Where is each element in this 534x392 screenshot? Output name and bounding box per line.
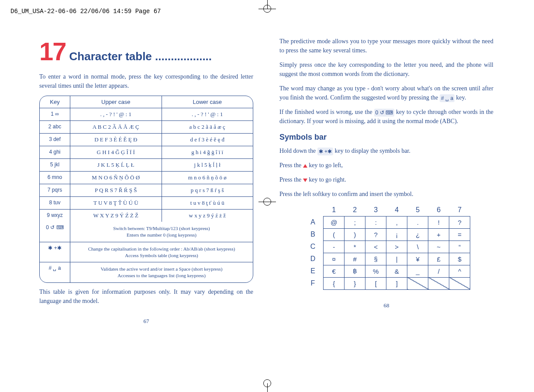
key-cell: 8 tuv xyxy=(40,197,70,209)
grid-cell: > xyxy=(386,241,407,253)
grid-row-label: A xyxy=(303,216,324,228)
zero-cycle-key-icon: 0 ↺ ⌨ xyxy=(374,109,394,117)
key-cell: 2 abc xyxy=(40,121,70,133)
lower-cell: m n o 6 ñ ņ õ ö ø xyxy=(162,172,253,184)
grid-col-label: 2 xyxy=(345,204,365,216)
grid-cell: [ xyxy=(365,277,386,289)
grid-col-label: 6 xyxy=(428,204,449,216)
grid-cell: / xyxy=(428,265,449,277)
grid-cell: ? xyxy=(365,228,386,241)
lower-cell: a b c 2 ã ä å æ ç xyxy=(162,121,253,133)
lower-cell: w x y z 9 ý ź ż ž xyxy=(162,210,253,222)
key-cell: 9 wxyz xyxy=(40,210,70,222)
grid-cell: | xyxy=(386,253,407,265)
key-cell: 1 ∞ xyxy=(40,108,70,120)
grid-cell: $ xyxy=(449,253,470,265)
chapter-number: 17 xyxy=(39,37,66,66)
nav-up-icon xyxy=(303,164,307,168)
lower-cell: t u v 8 ţ ť ù ú ü xyxy=(162,197,253,209)
grid-cell: % xyxy=(365,265,386,277)
symbols-line-3: Press the key to go right. xyxy=(279,175,493,184)
upper-cell: A B C 2 Ã Ä Å Æ Ç xyxy=(70,121,162,133)
grid-cell: ? xyxy=(449,216,470,228)
grid-cell: _ xyxy=(407,265,428,277)
grid-cell: + xyxy=(428,228,449,241)
table-row: 2 abcA B C 2 Ã Ä Å Æ Ça b c 2 ã ä å æ ç xyxy=(40,121,253,134)
symbols-bar-heading: Symbols bar xyxy=(279,133,493,142)
grid-cell: \ xyxy=(407,241,428,253)
grid-col-label: 4 xyxy=(386,204,407,216)
desc-cell: Change the capitalisation in the followi… xyxy=(70,242,253,262)
grid-cell: ) xyxy=(345,228,365,241)
grid-cell xyxy=(449,277,470,289)
grid-cell: § xyxy=(365,253,386,265)
print-header: D6_UM_USA-22-06-06 22/06/06 14:59 Page 6… xyxy=(0,0,534,15)
th-lower: Lower case xyxy=(162,96,253,108)
table-row: 6 mnoM N O 6 Ñ Ņ Õ Ö Øm n o 6 ñ ņ õ ö ø xyxy=(40,172,253,184)
grid-cell: @ xyxy=(324,216,345,228)
page-left: 17 Character table .................. To… xyxy=(39,37,253,325)
grid-row-label: C xyxy=(303,241,324,253)
grid-col-label: 5 xyxy=(407,204,428,216)
predictive-para-3: The word may change as you type - don't … xyxy=(279,84,493,102)
page-number-right: 68 xyxy=(279,302,493,309)
upper-cell: J K L 5 Ķ Ĺ Ļ Ł xyxy=(70,159,162,171)
key-cell: # ␣ a xyxy=(40,262,70,282)
key-cell: 6 mno xyxy=(40,172,70,184)
grid-cell: # xyxy=(345,253,365,265)
table-row: 8 tuvT U V 8 Ţ Ť Ù Ú Üt u v 8 ţ ť ù ú ü xyxy=(40,197,253,210)
grid-col-label: 1 xyxy=(324,204,345,216)
table-row: 1 ∞. , - ? ! ' @ : 1. , - ? ! ' @ : 1 xyxy=(40,108,253,121)
grid-row-label: B xyxy=(303,228,324,241)
key-cell: 5 jkl xyxy=(40,159,70,171)
table-row: 9 wxyzW X Y Z 9 Ý Ź Ż Žw x y z 9 ý ź ż ž xyxy=(40,210,253,222)
page-right: The predictive mode allows you to type y… xyxy=(279,37,493,325)
crop-mark-bottom xyxy=(258,375,276,392)
upper-cell: . , - ? ! ' @ : 1 xyxy=(70,108,162,120)
upper-cell: D E F 3 È É Ě Ę Đ xyxy=(70,134,162,146)
lower-cell: g h i 4 ğ ģ î ï ī xyxy=(162,146,253,158)
lower-cell: p q r s 7 ß ŕ ş š xyxy=(162,184,253,196)
page-number-left: 67 xyxy=(39,318,253,325)
star-key-icon: ✱ +✱ xyxy=(317,148,333,155)
lower-cell: . , - ? ! ' @ : 1 xyxy=(162,108,253,120)
upper-cell: M N O 6 Ñ Ņ Õ Ö Ø xyxy=(70,172,162,184)
grid-cell: ¡ xyxy=(386,228,407,241)
table-row: # ␣ aValidates the active word and/or in… xyxy=(40,262,253,282)
grid-cell: ; xyxy=(345,216,365,228)
grid-row-label: E xyxy=(303,265,324,277)
table-row: 4 ghiG H I 4 Ğ Ģ Î Ï Īg h i 4 ğ ģ î ï ī xyxy=(40,146,253,159)
symbols-grid: 1234567A@;:,.!?B()?¡¿+=C-*<>\~“D¤#§|¥£$E… xyxy=(303,204,471,290)
grid-cell: ¿ xyxy=(407,228,428,241)
table-row: 0 ↺ ⌨Switch between: T9/Multitap/123 (sh… xyxy=(40,222,253,242)
grid-cell: “ xyxy=(449,241,470,253)
footnote: This table is given for information purp… xyxy=(39,287,253,306)
grid-cell: ^ xyxy=(449,265,470,277)
grid-cell: ฿ xyxy=(345,265,365,277)
predictive-para-2: Simply press once the key corresponding … xyxy=(279,60,493,79)
grid-cell xyxy=(407,277,428,289)
grid-cell: - xyxy=(324,241,345,253)
grid-cell: = xyxy=(449,228,470,241)
predictive-para-4: If the finished word is wrong, use the 0… xyxy=(279,107,493,126)
upper-cell: P Q R S 7 Ř Ŕ Ş Š xyxy=(70,184,162,196)
grid-cell xyxy=(428,277,449,289)
grid-row-label: D xyxy=(303,253,324,265)
hash-key-icon: # ␣ a xyxy=(440,94,455,102)
grid-cell: ! xyxy=(428,216,449,228)
predictive-para-1: The predictive mode allows you to type y… xyxy=(279,37,493,55)
th-upper: Upper case xyxy=(70,96,162,108)
symbols-line-1: Hold down the ✱ +✱ key to display the sy… xyxy=(279,146,493,155)
upper-cell: G H I 4 Ğ Ģ Î Ï Ī xyxy=(70,146,162,158)
key-cell: ✱ +✱ xyxy=(40,242,70,262)
grid-cell: : xyxy=(365,216,386,228)
chapter-title: Character table .................. xyxy=(69,50,212,63)
table-row: ✱ +✱Change the capitalisation in the fol… xyxy=(40,242,253,263)
upper-cell: W X Y Z 9 Ý Ź Ż Ž xyxy=(70,210,162,222)
grid-cell: { xyxy=(324,277,345,289)
table-row: 7 pqrsP Q R S 7 Ř Ŕ Ş Šp q r s 7 ß ŕ ş š xyxy=(40,184,253,197)
intro-paragraph: To enter a word in normal mode, press th… xyxy=(39,72,253,90)
lower-cell: j k l 5 ķ ĺ ļ ł xyxy=(162,159,253,171)
grid-cell: } xyxy=(345,277,365,289)
grid-cell: ¥ xyxy=(407,253,428,265)
